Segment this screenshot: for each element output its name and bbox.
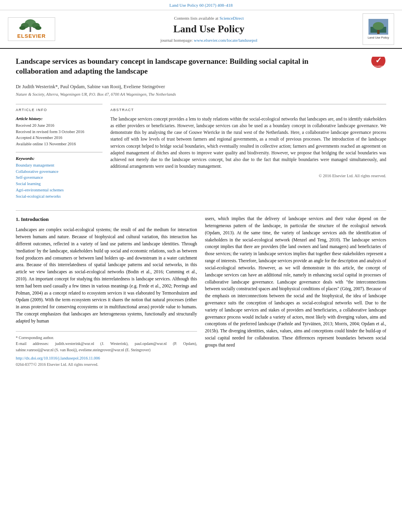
license-line: 0264-8377/© 2016 Elsevier Ltd. All right… [16, 361, 197, 368]
journal-badge: Land Use Policy [363, 13, 394, 45]
keywords-block: Keywords: Boundary management Collaborat… [16, 156, 102, 200]
sciencedirect-link[interactable]: ScienceDirect [220, 16, 244, 20]
svg-rect-9 [377, 30, 380, 34]
article-history-block: Article history: Received 20 June 2016 R… [16, 116, 102, 147]
intro-paragraph-1: Landscapes are complex social-ecological… [16, 226, 197, 324]
history-label: Article history: [16, 116, 102, 122]
badge-illustration [368, 19, 388, 35]
intro-heading: 1. Introduction [16, 215, 197, 223]
keyword-2[interactable]: Collaborative governance [16, 169, 102, 175]
journal-header: ELSEVIER Contents lists available at Sci… [0, 10, 402, 49]
footnote-emails: E-mail addresses: judith.westerink@wur.n… [16, 341, 197, 353]
accepted-date: Accepted 4 November 2016 [16, 135, 102, 141]
svg-text:✓: ✓ [375, 57, 382, 65]
authors-text: Dr Judith Westerink*, Paul Opdam, Sabine… [16, 84, 165, 89]
journal-title: Land Use Policy [63, 22, 355, 36]
received-date: Received 20 June 2016 [16, 123, 102, 129]
homepage-label: journal homepage: [160, 38, 193, 43]
intro-paragraph-2: users, which implies that the delivery o… [205, 215, 386, 348]
doi-line[interactable]: http://dx.doi.org/10.1016/j.landusepol.2… [16, 355, 197, 361]
main-body-divider [16, 210, 386, 211]
article-info-label: ARTICLE INFO [16, 108, 102, 113]
abstract-panel: ABSTRACT The landscape services concept … [110, 104, 386, 204]
svg-point-4 [19, 26, 26, 30]
available-date: Available online 13 November 2016 [16, 141, 102, 147]
paper-body: ✓ CrossMark Landscape services as bounda… [0, 49, 402, 376]
journal-header-center: Contents lists available at ScienceDirec… [63, 15, 355, 43]
info-divider [16, 152, 102, 152]
affiliation-line: Nature & Society, Alterra, Wageningen UR… [16, 92, 386, 98]
keywords-label: Keywords: [16, 156, 102, 161]
keyword-5[interactable]: Agri-environmental schemes [16, 187, 102, 193]
contents-label: Contents lists available at [174, 16, 218, 20]
svg-point-5 [35, 26, 41, 30]
footnote-email-label: E-mail addresses: [16, 341, 49, 346]
doi-text: http://dx.doi.org/10.1016/j.landusepol.2… [16, 356, 100, 360]
elsevier-brand-text: ELSEVIER [17, 33, 46, 40]
copyright-line: © 2016 Elsevier Ltd. All rights reserved… [110, 173, 386, 179]
elsevier-logo: ELSEVIER [8, 17, 55, 41]
abstract-label: ABSTRACT [110, 108, 386, 113]
keyword-4[interactable]: Social learning [16, 181, 102, 187]
svg-point-8 [373, 22, 384, 30]
keyword-6[interactable]: Social-ecological networks [16, 194, 102, 200]
paper-title: Landscape services as boundary concept i… [16, 57, 312, 76]
article-info-panel: ARTICLE INFO Article history: Received 2… [16, 104, 102, 204]
keyword-1[interactable]: Boundary management [16, 163, 102, 169]
article-info-abstract-section: ARTICLE INFO Article history: Received 2… [16, 104, 386, 204]
svg-rect-0 [30, 26, 31, 32]
journal-homepage-line: journal homepage: www.elsevier.com/locat… [63, 37, 355, 43]
abstract-text: The landscape services concept provides … [110, 116, 386, 170]
body-col-right: users, which implies that the delivery o… [205, 215, 386, 368]
keyword-3[interactable]: Self-governance [16, 175, 102, 181]
footnote-area: * Corresponding author. E-mail addresses… [16, 331, 197, 368]
badge-image [368, 19, 388, 35]
crossmark-icon: ✓ CrossMark [371, 57, 386, 68]
homepage-url[interactable]: www.elsevier.com/locate/landusepol [194, 38, 257, 43]
received-revised-date: Received in revised form 3 October 2016 [16, 129, 102, 135]
footnote-star: * Corresponding author. [16, 335, 197, 341]
authors-line: Dr Judith Westerink*, Paul Opdam, Sabine… [16, 83, 386, 91]
body-col-left: 1. Introduction Landscapes are complex s… [16, 215, 197, 368]
journal-citation-bar: Land Use Policy 60 (2017) 408–418 [0, 0, 402, 10]
badge-label-text: Land Use Policy [368, 36, 389, 39]
crossmark-badge[interactable]: ✓ CrossMark [370, 57, 386, 69]
journal-citation: Land Use Policy 60 (2017) 408–418 [169, 3, 233, 7]
body-text-section: 1. Introduction Landscapes are complex s… [16, 215, 386, 368]
svg-text:CrossMark: CrossMark [374, 65, 383, 67]
elsevier-tree-icon [14, 19, 49, 33]
contents-available-line: Contents lists available at ScienceDirec… [63, 15, 355, 21]
